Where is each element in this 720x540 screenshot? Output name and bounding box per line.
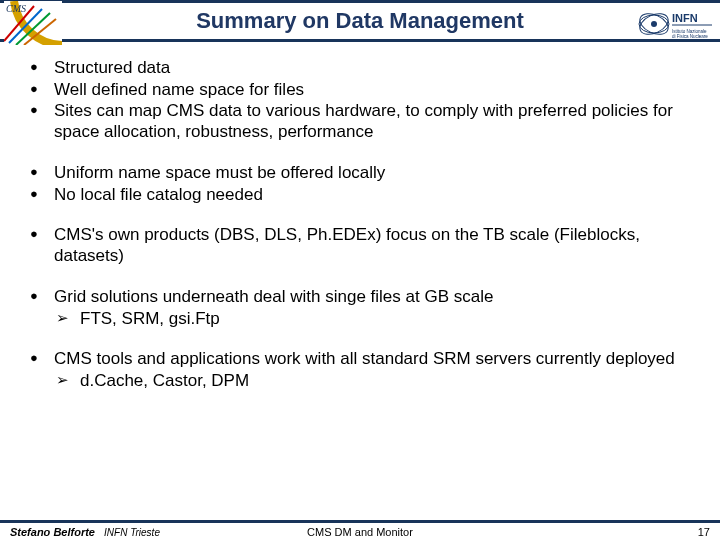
bullet-text: Structured data <box>54 58 170 77</box>
page-number: 17 <box>698 526 710 538</box>
bullet-text: FTS, SRM, gsi.Ftp <box>80 309 220 328</box>
bullet-text: CMS's own products (DBS, DLS, Ph.EDEx) f… <box>54 225 640 265</box>
sub-bullet-item: FTS, SRM, gsi.Ftp <box>14 309 706 330</box>
footer-bar: Stefano Belforte INFN Trieste CMS DM and… <box>0 520 720 540</box>
content-area: Structured data Well defined name space … <box>0 42 720 392</box>
footer-affiliation: INFN Trieste <box>98 527 160 538</box>
slide: CMS Summary on Data Management INFN Isti… <box>0 0 720 540</box>
bullet-text: d.Cache, Castor, DPM <box>80 371 249 390</box>
svg-point-9 <box>651 21 657 27</box>
svg-text:CMS: CMS <box>6 3 26 14</box>
svg-text:INFN: INFN <box>672 12 698 24</box>
svg-text:di Fisica Nucleare: di Fisica Nucleare <box>672 34 708 39</box>
cms-logo: CMS <box>4 1 62 45</box>
bullet-group: Grid solutions underneath deal with sing… <box>14 287 706 329</box>
footer-left: Stefano Belforte INFN Trieste <box>0 526 160 538</box>
bullet-item: Well defined name space for files <box>14 80 706 101</box>
slide-title: Summary on Data Management <box>196 8 524 34</box>
bullet-group: CMS tools and applications work with all… <box>14 349 706 391</box>
footer-author: Stefano Belforte <box>10 526 95 538</box>
sub-bullet-item: d.Cache, Castor, DPM <box>14 371 706 392</box>
header-bar: CMS Summary on Data Management INFN Isti… <box>0 0 720 42</box>
bullet-text: Well defined name space for files <box>54 80 304 99</box>
bullet-item: Structured data <box>14 58 706 79</box>
bullet-text: Grid solutions underneath deal with sing… <box>54 287 493 306</box>
bullet-text: CMS tools and applications work with all… <box>54 349 675 368</box>
bullet-group: CMS's own products (DBS, DLS, Ph.EDEx) f… <box>14 225 706 266</box>
bullet-item: Uniform name space must be offered local… <box>14 163 706 184</box>
bullet-item: Grid solutions underneath deal with sing… <box>14 287 706 308</box>
infn-logo: INFN Istituto Nazionale di Fisica Nuclea… <box>636 4 714 44</box>
bullet-item: CMS tools and applications work with all… <box>14 349 706 370</box>
bullet-item: No local file catalog needed <box>14 185 706 206</box>
bullet-text: Uniform name space must be offered local… <box>54 163 385 182</box>
bullet-text: Sites can map CMS data to various hardwa… <box>54 101 673 141</box>
bullet-item: Sites can map CMS data to various hardwa… <box>14 101 706 142</box>
bullet-group: Uniform name space must be offered local… <box>14 163 706 205</box>
bullet-item: CMS's own products (DBS, DLS, Ph.EDEx) f… <box>14 225 706 266</box>
bullet-text: No local file catalog needed <box>54 185 263 204</box>
bullet-group: Structured data Well defined name space … <box>14 58 706 143</box>
